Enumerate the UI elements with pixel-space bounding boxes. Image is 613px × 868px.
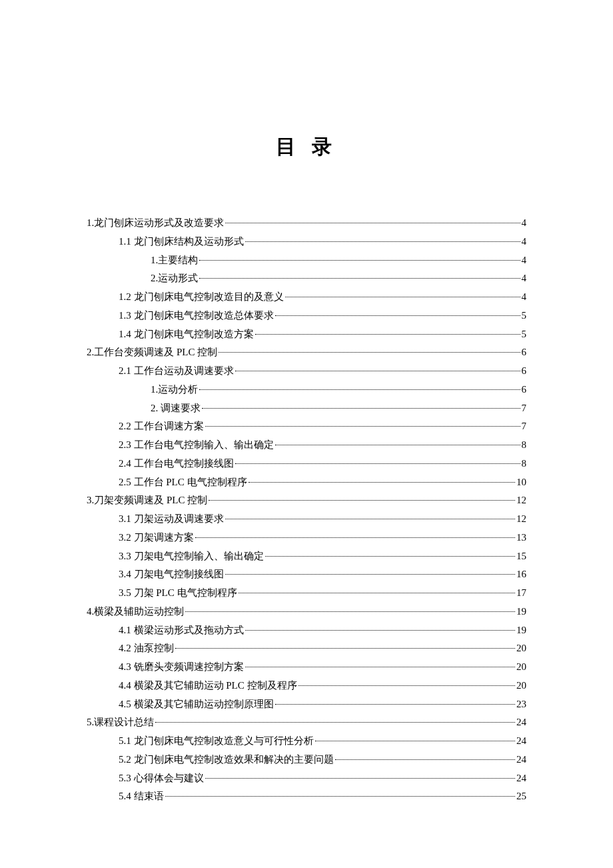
toc-entry: 1.龙门刨床运动形式及改造要求4 <box>87 214 526 233</box>
toc-leader-dots <box>335 759 516 760</box>
toc-entry-text: 1.主要结构 <box>151 251 198 270</box>
toc-entry: 2.2 工作台调速方案7 <box>87 417 526 436</box>
toc-entry-text: 4.5 横梁及其它辅助运动控制原理图 <box>119 695 274 714</box>
toc-leader-dots <box>275 704 516 705</box>
toc-leader-dots <box>199 389 520 390</box>
toc-entry: 1.运动分析6 <box>87 381 526 399</box>
toc-leader-dots <box>195 537 516 538</box>
toc-entry-page: 13 <box>516 529 526 547</box>
toc-leader-dots <box>235 463 520 464</box>
toc-leader-dots <box>249 482 515 483</box>
toc-entry-text: 3.2 刀架调速方案 <box>119 529 194 547</box>
toc-leader-dots <box>165 796 516 797</box>
toc-entry-page: 25 <box>516 787 526 806</box>
toc-entry-page: 20 <box>516 677 526 695</box>
toc-leader-dots <box>275 445 520 445</box>
toc-leader-dots <box>245 630 516 631</box>
toc-entry: 3.3 刀架电气控制输入、输出确定15 <box>87 547 526 566</box>
toc-entry: 3.4 刀架电气控制接线图16 <box>87 565 526 584</box>
toc-entry-text: 3.5 刀架 PLC 电气控制程序 <box>119 584 237 603</box>
toc-entry: 2.4 工作台电气控制接线图8 <box>87 455 526 473</box>
toc-entry-text: 3.4 刀架电气控制接线图 <box>119 565 224 584</box>
toc-entry-page: 24 <box>516 713 526 732</box>
table-of-contents: 1.龙门刨床运动形式及改造要求41.1 龙门刨床结构及运动形式41.主要结构42… <box>87 214 526 806</box>
toc-entry-page: 24 <box>516 751 526 769</box>
toc-entry-text: 5.4 结束语 <box>119 787 164 806</box>
toc-entry-text: 2.5 工作台 PLC 电气控制程序 <box>119 473 247 492</box>
toc-entry: 1.主要结构4 <box>87 251 526 270</box>
toc-entry: 1.3 龙门刨床电气控制改造总体要求5 <box>87 307 526 325</box>
toc-entry-text: 3.1 刀架运动及调速要求 <box>119 510 224 529</box>
page-title: 目 录 <box>87 133 526 161</box>
toc-entry-page: 5 <box>522 307 527 325</box>
toc-leader-dots <box>205 778 516 779</box>
toc-entry-text: 1.2 龙门刨床电气控制改造目的及意义 <box>119 288 284 307</box>
toc-entry-page: 20 <box>516 658 526 677</box>
toc-entry: 1.4 龙门刨床电气控制改造方案5 <box>87 325 526 344</box>
toc-leader-dots <box>265 556 516 557</box>
toc-entry-text: 1.运动分析 <box>151 381 198 399</box>
toc-entry-page: 6 <box>522 362 527 381</box>
toc-entry-page: 24 <box>516 732 526 751</box>
toc-entry-text: 4.横梁及辅助运动控制 <box>87 603 184 621</box>
toc-leader-dots <box>175 648 516 649</box>
toc-entry-text: 2. 调速要求 <box>151 399 201 418</box>
toc-entry-page: 12 <box>516 491 526 510</box>
toc-entry: 3.2 刀架调速方案13 <box>87 529 526 547</box>
toc-entry-page: 24 <box>516 769 526 788</box>
toc-entry-page: 7 <box>522 399 527 418</box>
toc-entry-page: 10 <box>516 473 526 492</box>
toc-entry-page: 15 <box>516 547 526 566</box>
toc-leader-dots <box>209 500 515 501</box>
toc-leader-dots <box>239 593 515 593</box>
toc-entry: 2.工作台变频调速及 PLC 控制 6 <box>87 343 526 362</box>
toc-entry: 4.3 铣磨头变频调速控制方案20 <box>87 658 526 677</box>
toc-leader-dots <box>225 574 516 575</box>
toc-entry-page: 8 <box>522 455 527 473</box>
toc-entry-text: 2.3 工作台电气控制输入、输出确定 <box>119 436 274 455</box>
toc-entry-page: 19 <box>516 621 526 640</box>
toc-entry-text: 1.4 龙门刨床电气控制改造方案 <box>119 325 254 344</box>
toc-entry-text: 2.工作台变频调速及 PLC 控制 <box>87 343 217 362</box>
toc-entry-text: 4.4 横梁及其它辅助运动 PLC 控制及程序 <box>119 677 297 695</box>
toc-leader-dots <box>202 408 520 409</box>
toc-entry: 4.横梁及辅助运动控制19 <box>87 603 526 621</box>
toc-entry: 5.3 心得体会与建议24 <box>87 769 526 788</box>
toc-entry-text: 1.1 龙门刨床结构及运动形式 <box>119 233 244 251</box>
toc-entry-text: 5.1 龙门刨床电气控制改造意义与可行性分析 <box>119 732 314 751</box>
toc-leader-dots <box>315 741 516 741</box>
toc-entry-page: 7 <box>522 417 527 436</box>
toc-entry-page: 4 <box>522 214 527 233</box>
toc-entry-page: 4 <box>522 251 527 270</box>
toc-entry-text: 1.3 龙门刨床电气控制改造总体要求 <box>119 307 274 325</box>
toc-leader-dots <box>299 685 515 686</box>
toc-entry: 4.4 横梁及其它辅助运动 PLC 控制及程序 20 <box>87 677 526 695</box>
toc-leader-dots <box>285 297 520 297</box>
toc-leader-dots <box>255 334 520 335</box>
toc-entry-page: 19 <box>516 603 526 621</box>
toc-leader-dots <box>199 260 520 261</box>
toc-entry-page: 23 <box>516 695 526 714</box>
toc-entry-text: 3.3 刀架电气控制输入、输出确定 <box>119 547 264 566</box>
toc-entry: 4.5 横梁及其它辅助运动控制原理图23 <box>87 695 526 714</box>
toc-entry-page: 17 <box>516 584 526 603</box>
toc-entry-page: 4 <box>522 288 527 307</box>
toc-entry-page: 5 <box>522 325 527 344</box>
toc-entry: 4.2 油泵控制20 <box>87 639 526 658</box>
toc-entry: 2.1 工作台运动及调速要求6 <box>87 362 526 381</box>
toc-leader-dots <box>185 611 515 612</box>
toc-leader-dots <box>155 722 515 723</box>
toc-leader-dots <box>275 315 520 316</box>
toc-entry-text: 4.3 铣磨头变频调速控制方案 <box>119 658 244 677</box>
toc-entry-page: 6 <box>522 381 527 399</box>
toc-entry: 2.5 工作台 PLC 电气控制程序 10 <box>87 473 526 492</box>
toc-leader-dots <box>225 519 516 519</box>
toc-leader-dots <box>219 352 520 353</box>
toc-entry-text: 4.2 油泵控制 <box>119 639 174 658</box>
toc-entry: 3.1 刀架运动及调速要求12 <box>87 510 526 529</box>
toc-entry: 5.课程设计总结24 <box>87 713 526 732</box>
toc-entry-page: 8 <box>522 436 527 455</box>
toc-entry-text: 2.4 工作台电气控制接线图 <box>119 455 234 473</box>
toc-entry-text: 2.运动形式 <box>151 269 198 288</box>
toc-entry-page: 6 <box>522 343 527 362</box>
